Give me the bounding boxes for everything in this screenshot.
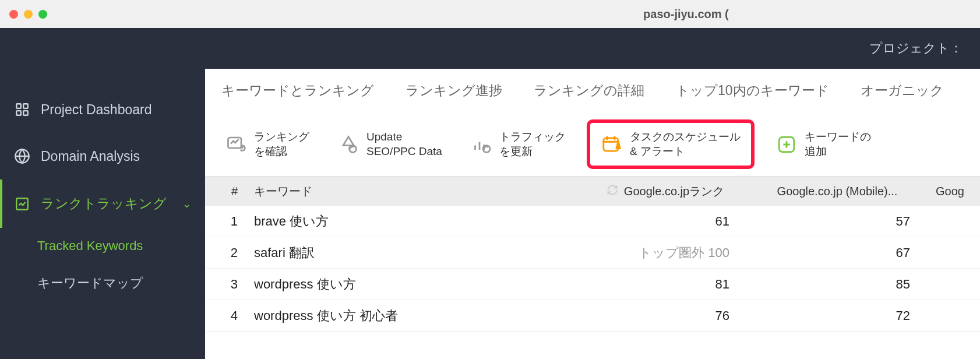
close-window-button[interactable]: [9, 10, 18, 19]
svg-rect-3: [23, 111, 28, 115]
svg-rect-0: [16, 104, 21, 108]
table-row[interactable]: 2safari 翻訳トップ圏外 10067: [205, 237, 980, 269]
cell-keyword: wordpress 使い方: [246, 276, 584, 293]
tab-keywords-ranking[interactable]: キーワードとランキング: [221, 82, 374, 100]
cell-mobile-rank: 85: [747, 277, 928, 292]
keywords-table: # キーワード Google.co.jpランク Google.co.jp (Mo…: [205, 177, 980, 359]
svg-rect-2: [16, 111, 21, 115]
toolbar-label: & アラート: [630, 145, 741, 159]
cell-mobile-rank: 72: [747, 308, 928, 323]
toolbar-label: 追加: [805, 145, 871, 159]
topbar: プロジェクト：: [0, 28, 980, 69]
sidebar-subitem-tracked-keywords[interactable]: Tracked Keywords: [37, 228, 205, 264]
cell-rank: 61: [584, 214, 747, 229]
tab-ranking-progress[interactable]: ランキング進捗: [406, 82, 502, 100]
cell-rank: 76: [584, 308, 747, 323]
column-keyword[interactable]: キーワード: [246, 184, 584, 199]
cell-mobile-rank: 57: [747, 214, 928, 229]
ranking-check-icon: [225, 133, 247, 156]
column-google-extra[interactable]: Goog: [928, 185, 980, 198]
table-row[interactable]: 1brave 使い方6157: [205, 206, 980, 237]
tab-ranking-details[interactable]: ランキングの詳細: [534, 82, 644, 100]
check-ranking-button[interactable]: ランキング を確認: [218, 125, 316, 163]
update-traffic-button[interactable]: トラフィック を更新: [463, 125, 573, 163]
add-keyword-button[interactable]: キーワードの 追加: [769, 125, 878, 163]
cell-keyword: wordpress 使い方 初心者: [246, 307, 584, 325]
sidebar-item-dashboard[interactable]: Project Dashboard: [0, 86, 205, 133]
tab-organic[interactable]: オーガニック: [861, 82, 944, 100]
svg-rect-1: [23, 104, 28, 108]
cell-number: 1: [205, 214, 246, 229]
toolbar-label: トラフィック: [499, 130, 566, 145]
globe-icon: [14, 148, 30, 164]
schedule-alerts-button[interactable]: タスクのスケジュール & アラート: [587, 119, 755, 169]
table-header: # キーワード Google.co.jpランク Google.co.jp (Mo…: [205, 177, 980, 206]
cell-number: 3: [205, 277, 246, 292]
window-titlebar: paso-jiyu.com (: [0, 0, 980, 28]
refresh-icon: [607, 184, 618, 199]
column-label: Google.co.jpランク: [624, 184, 724, 199]
table-row[interactable]: 3wordpress 使い方8185: [205, 269, 980, 300]
toolbar-label: ランキング: [254, 130, 309, 145]
svg-rect-9: [604, 138, 618, 151]
main-content: キーワードとランキング ランキング進捗 ランキングの詳細 トップ10内のキーワー…: [205, 69, 980, 359]
table-row[interactable]: 4wordpress 使い方 初心者7672: [205, 300, 980, 332]
tab-top10-keywords[interactable]: トップ10内のキーワード: [676, 82, 829, 100]
cell-number: 4: [205, 308, 246, 323]
minimize-window-button[interactable]: [24, 10, 33, 19]
schedule-icon: [601, 133, 623, 156]
update-data-icon: [337, 133, 359, 156]
update-seo-ppc-button[interactable]: Update SEO/PPC Data: [330, 125, 449, 163]
cell-keyword: brave 使い方: [246, 213, 584, 230]
chevron-down-icon: ⌄: [182, 198, 191, 210]
maximize-window-button[interactable]: [38, 10, 47, 19]
dashboard-icon: [14, 101, 30, 118]
cell-number: 2: [205, 245, 246, 261]
chart-icon: [14, 196, 30, 212]
cell-rank: 81: [584, 277, 747, 292]
column-number[interactable]: #: [205, 185, 246, 198]
project-label: プロジェクト：: [869, 40, 963, 57]
toolbar-label: を更新: [499, 145, 566, 159]
sidebar-item-label: Domain Analysis: [41, 149, 140, 164]
sidebar-item-rank-tracking[interactable]: ランクトラッキング ⌄: [0, 180, 205, 228]
column-google-mobile[interactable]: Google.co.jp (Mobile)...: [747, 185, 928, 198]
sidebar-subitem-keyword-map[interactable]: キーワードマップ: [37, 264, 205, 302]
toolbar-label: SEO/PPC Data: [366, 145, 442, 159]
sidebar: Project Dashboard Domain Analysis ランクトラッ…: [0, 69, 205, 359]
column-google-rank[interactable]: Google.co.jpランク: [584, 184, 747, 199]
toolbar-label: タスクのスケジュール: [630, 130, 741, 145]
plus-icon: [775, 133, 798, 156]
sidebar-item-label: ランクトラッキング: [41, 195, 167, 213]
cell-mobile-rank: 67: [747, 245, 928, 261]
sidebar-item-label: Project Dashboard: [41, 102, 152, 118]
tabs-bar: キーワードとランキング ランキング進捗 ランキングの詳細 トップ10内のキーワー…: [205, 69, 980, 112]
traffic-update-icon: [470, 133, 492, 156]
toolbar-label: キーワードの: [805, 130, 871, 145]
toolbar-label: Update: [366, 130, 442, 145]
toolbar: ランキング を確認 Update SEO/PPC Data: [205, 112, 980, 177]
cell-keyword: safari 翻訳: [246, 244, 584, 262]
window-title: paso-jiyu.com (: [643, 8, 729, 21]
toolbar-label: を確認: [254, 145, 309, 159]
sidebar-item-domain-analysis[interactable]: Domain Analysis: [0, 133, 205, 180]
cell-rank: トップ圏外 100: [584, 244, 747, 262]
